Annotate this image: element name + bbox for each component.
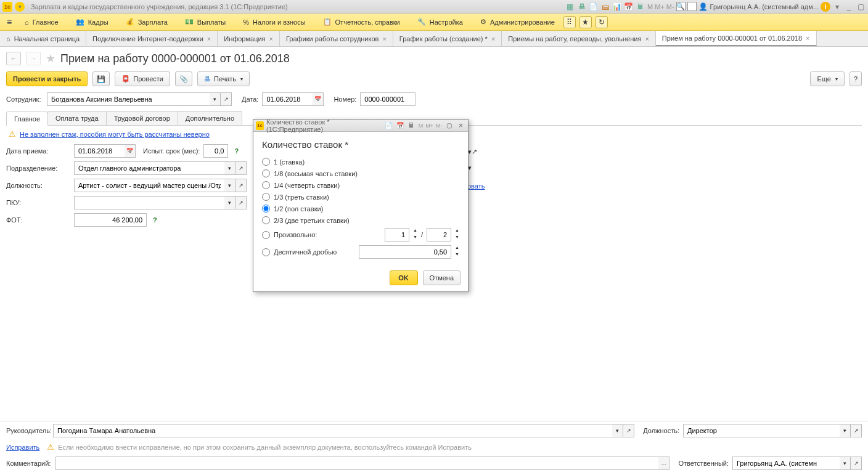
dropdown-button[interactable]: ▾ <box>224 161 235 175</box>
doctab-hires[interactable]: Приемы на работу, переводы, увольнения× <box>502 31 656 46</box>
fot-input[interactable] <box>77 216 144 224</box>
rate-option-2-3[interactable]: 2/3 (две третьих ставки) <box>262 214 459 226</box>
open-button[interactable]: ↗ <box>235 196 247 209</box>
menu-admin[interactable]: ⚙Администрирование <box>472 14 563 31</box>
apps-button[interactable]: ⠿ <box>563 16 576 28</box>
menu-zarplata[interactable]: 💰Зарплата <box>117 14 176 31</box>
wrench-icon: 🔧 <box>417 18 426 26</box>
calendar-button[interactable]: 📅 <box>313 92 324 106</box>
dropdown-button[interactable]: ▾ <box>224 179 235 192</box>
doctab-support[interactable]: Подключение Интернет-поддержки× <box>86 31 218 46</box>
rate-option-arbitrary[interactable]: Произвольно: ▲▼ / ▲▼ <box>262 226 459 229</box>
doctab-home[interactable]: ⌂Начальная страница <box>0 31 86 46</box>
save-icon: 💾 <box>97 75 105 83</box>
menu-nalogi[interactable]: %Налоги и взносы <box>234 14 314 31</box>
memory-mplus[interactable]: M+ <box>425 123 433 129</box>
menu-main[interactable]: ⌂Главное <box>16 14 67 31</box>
toolbar-icon[interactable]: 🖴 <box>600 2 610 12</box>
warning-link[interactable]: Не заполнен стаж, пособия могут быть рас… <box>20 131 210 138</box>
number-input[interactable] <box>363 95 412 104</box>
probation-input[interactable] <box>207 147 225 155</box>
post-button[interactable]: 📮Провести <box>115 71 170 86</box>
close-icon[interactable]: × <box>806 35 809 42</box>
help-icon[interactable]: ? <box>234 147 239 155</box>
favorite-button[interactable]: ★ <box>579 16 592 28</box>
maximize-icon[interactable]: ▢ <box>856 2 866 12</box>
close-icon[interactable]: × <box>382 35 386 43</box>
rate-option-1-2[interactable]: 1/2 (пол ставки) <box>262 203 459 214</box>
memory-mplus[interactable]: M+ <box>655 3 665 10</box>
calendar-icon[interactable]: 📅 <box>395 121 404 131</box>
back-button[interactable]: ← <box>6 52 21 65</box>
subtab-contract[interactable]: Трудовой договор <box>106 111 178 125</box>
memory-m[interactable]: M <box>647 3 653 10</box>
toolbar-icon[interactable]: 📄 <box>589 2 599 12</box>
forward-button[interactable]: → <box>26 52 41 65</box>
dropdown-icon[interactable]: ▾ <box>15 2 25 12</box>
caret-icon[interactable]: ▾ <box>832 2 842 12</box>
attach-button[interactable]: 📎 <box>175 71 192 86</box>
maximize-icon[interactable]: ▢ <box>444 121 454 131</box>
calc-icon[interactable]: 🖩 <box>636 2 645 12</box>
rate-option-1-3[interactable]: 1/3 (треть ставки) <box>262 191 459 203</box>
menu-vyplaty[interactable]: 💵Выплаты <box>176 14 234 31</box>
minimize-icon[interactable]: _ <box>844 2 854 12</box>
calendar-button[interactable]: 📅 <box>125 144 136 158</box>
print-button[interactable]: 🖶Печать▾ <box>197 71 250 86</box>
close-icon[interactable]: × <box>645 35 649 43</box>
toolbar-icon[interactable]: 🖶 <box>577 2 587 12</box>
employee-input[interactable] <box>50 95 207 104</box>
spinner-up[interactable]: ▲ <box>413 228 417 229</box>
spinner-up[interactable]: ▲ <box>455 228 459 229</box>
open-button[interactable]: ↗ <box>221 92 232 106</box>
pku-input[interactable] <box>77 198 222 207</box>
subtab-payment[interactable]: Оплата труда <box>47 111 107 125</box>
calendar-icon[interactable]: 📅 <box>624 2 634 12</box>
history-button[interactable]: ↻ <box>596 16 608 28</box>
toolbar-icon[interactable]: 📄 <box>383 121 393 131</box>
department-input[interactable] <box>77 164 222 173</box>
open-button[interactable]: ↗ <box>472 148 477 161</box>
rate-option-1[interactable]: 1 (ставка) <box>262 156 459 168</box>
save-button[interactable]: 💾 <box>92 71 110 86</box>
doctab-hire-doc[interactable]: Прием на работу 0000-000001 от 01.06.201… <box>656 31 817 46</box>
toolbar-icon[interactable] <box>687 2 697 11</box>
more-button[interactable]: Еще▾ <box>810 71 844 86</box>
help-button[interactable]: ? <box>850 71 862 86</box>
menu-kadry[interactable]: 👥Кадры <box>67 14 117 31</box>
edit-link[interactable]: овать <box>467 182 485 190</box>
memory-mminus[interactable]: M- <box>436 123 443 129</box>
employee-label: Сотрудник: <box>6 95 43 103</box>
doctab-info[interactable]: Информация× <box>218 31 280 46</box>
open-button[interactable]: ↗ <box>235 161 247 175</box>
dropdown-button[interactable]: ▾ <box>210 92 221 106</box>
memory-m[interactable]: M <box>419 123 424 129</box>
menu-reports[interactable]: 📋Отчетность, справки <box>314 14 409 31</box>
hamburger-icon[interactable]: ≡ <box>2 17 16 27</box>
doctab-schedules[interactable]: Графики работы сотрудников× <box>280 31 393 46</box>
open-button[interactable]: ↗ <box>235 179 247 192</box>
rate-option-1-4[interactable]: 1/4 (четверть ставки) <box>262 179 459 191</box>
help-icon[interactable]: ? <box>153 216 157 224</box>
zoom-icon[interactable]: 🔍 <box>676 2 686 11</box>
toolbar-icon[interactable]: ▦ <box>565 2 575 12</box>
hire-date-input[interactable] <box>77 147 122 155</box>
calc-icon[interactable]: 🖩 <box>407 121 416 131</box>
rate-option-1-8[interactable]: 1/8 (восьмая часть ставки) <box>262 168 459 179</box>
menu-settings[interactable]: 🔧Настройка <box>409 14 472 31</box>
doctab-schedule-new[interactable]: График работы (создание) *× <box>393 31 502 46</box>
dropdown-button[interactable]: ▾ <box>224 196 235 209</box>
position-input[interactable] <box>77 181 222 190</box>
post-and-close-button[interactable]: Провести и закрыть <box>6 71 88 86</box>
close-icon[interactable]: × <box>456 121 465 131</box>
close-icon[interactable]: × <box>491 35 495 43</box>
close-icon[interactable]: × <box>207 35 211 43</box>
toolbar-icon[interactable]: 📊 <box>612 2 622 12</box>
subtab-main[interactable]: Главное <box>6 112 48 126</box>
date-input[interactable] <box>265 95 310 104</box>
star-icon[interactable]: ★ <box>46 52 55 65</box>
subtab-additional[interactable]: Дополнительно <box>178 111 242 125</box>
info-icon[interactable]: i <box>821 2 830 12</box>
close-icon[interactable]: × <box>269 35 273 43</box>
memory-mminus[interactable]: M- <box>666 3 674 10</box>
